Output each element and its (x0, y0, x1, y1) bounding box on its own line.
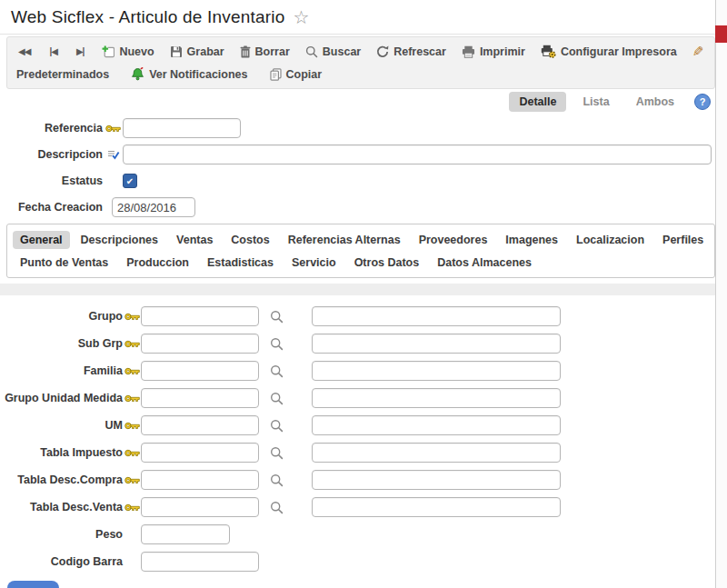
estatus-checkbox[interactable]: ✔ (123, 174, 137, 188)
check-icon: ✔ (126, 176, 134, 186)
section-separator-band (0, 284, 715, 295)
field-code-input[interactable] (141, 443, 259, 463)
copy-button[interactable]: Copiar (270, 68, 323, 81)
field-description-input[interactable] (312, 306, 561, 326)
view-mode-tab[interactable]: Lista (573, 92, 619, 112)
new-button[interactable]: Nuevo (101, 45, 154, 58)
field-row: Grupo Unidad Medida (0, 384, 727, 412)
field-code-input[interactable] (141, 524, 230, 544)
field-code-input[interactable] (141, 470, 259, 490)
field-label: Tabla Desc.Compra (0, 473, 123, 486)
field-row: Sub Grp (0, 330, 727, 357)
section-tab[interactable]: Estadisticas (200, 254, 281, 272)
fecha-creacion-input[interactable] (112, 197, 195, 217)
section-tabs-row-1: General Descripciones Ventas Costos Refe… (13, 228, 709, 251)
lookup-search-icon[interactable] (270, 473, 284, 487)
notifications-bell-icon (131, 67, 144, 81)
toolbar: ◀◀ |◀ ▶| Nuevo Grabar Borrar (6, 36, 715, 89)
print-button[interactable]: Imprimir (462, 45, 525, 58)
lookup-search-icon[interactable] (270, 392, 284, 405)
lookup-search-icon[interactable] (270, 337, 284, 351)
field-row: Peso (0, 521, 727, 548)
field-description-input[interactable] (312, 470, 561, 490)
referencia-row: Referencia (0, 117, 727, 139)
refresh-button[interactable]: Refrescar (376, 45, 446, 58)
field-description-input[interactable] (312, 497, 561, 517)
printer-setup-button-label: Configurar Impresora (561, 45, 677, 58)
nav-first-record-button[interactable]: |◀ (47, 46, 59, 56)
delete-button[interactable]: Borrar (240, 45, 290, 58)
toolbar-row-1: ◀◀ |◀ ▶| Nuevo Grabar Borrar (16, 40, 705, 63)
lookup-search-icon[interactable] (270, 501, 284, 514)
descripcion-input[interactable] (123, 145, 712, 164)
section-tab[interactable]: Referencias Alternas (281, 231, 408, 249)
view-mode-tab[interactable]: Ambos (626, 92, 684, 112)
view-mode-tabs: Detalle Lista Ambos ? (0, 89, 727, 114)
spellcheck-icon (103, 149, 123, 161)
section-tab[interactable]: Localizacion (569, 231, 652, 249)
section-tab-strip: General Descripciones Ventas Costos Refe… (6, 224, 715, 278)
field-code-input[interactable] (141, 497, 259, 517)
field-label: Peso (0, 528, 123, 541)
save-button[interactable]: Grabar (170, 45, 224, 58)
section-tab[interactable]: Descripciones (74, 231, 165, 249)
key-icon (123, 312, 141, 322)
section-tab[interactable]: Produccion (119, 254, 196, 272)
print-button-label: Imprimir (480, 45, 525, 58)
nav-fast-prev-button[interactable]: ◀◀ (16, 46, 32, 56)
referencia-input[interactable] (123, 118, 241, 138)
defaults-button[interactable]: Predeterminados (16, 68, 109, 81)
view-mode-tab[interactable]: Detalle (509, 92, 566, 112)
field-code-input[interactable] (141, 388, 259, 408)
descripcion-row: Descripcion (0, 144, 727, 165)
help-icon[interactable]: ? (694, 94, 711, 110)
key-icon (123, 503, 141, 513)
section-tab[interactable]: Perfiles (655, 231, 711, 249)
printer-icon (462, 45, 475, 58)
key-icon (123, 339, 141, 349)
section-tab[interactable]: General (13, 231, 70, 249)
new-button-label: Nuevo (119, 45, 154, 58)
search-button[interactable]: Buscar (305, 45, 361, 58)
field-code-input[interactable] (141, 415, 259, 435)
section-tab[interactable]: Imagenes (498, 231, 565, 249)
field-label: Grupo (0, 310, 123, 323)
referencia-label: Referencia (0, 122, 103, 135)
field-code-input[interactable] (141, 334, 259, 354)
field-label: UM (0, 419, 123, 432)
field-description-input[interactable] (312, 334, 561, 354)
nav-last-record-button[interactable]: ▶| (75, 46, 86, 56)
lookup-search-icon[interactable] (270, 364, 284, 378)
scrollbar-track[interactable] (715, 0, 727, 588)
section-tab[interactable]: Servicio (284, 254, 344, 272)
section-tab[interactable]: Punto de Ventas (13, 254, 115, 272)
save-button-label: Grabar (187, 45, 224, 58)
search-icon (305, 45, 318, 58)
section-tab[interactable]: Costos (224, 231, 276, 249)
field-description-input[interactable] (312, 361, 561, 381)
field-row: Tabla Impuesto (0, 439, 727, 466)
key-icon (123, 475, 141, 485)
key-icon (123, 448, 141, 458)
field-description-input[interactable] (312, 443, 561, 463)
view-notifications-button[interactable]: Ver Notificaciones (131, 67, 247, 81)
lookup-search-icon[interactable] (270, 446, 284, 460)
toolbar-row-2: Predeterminados Ver Notificaciones Copia… (16, 63, 705, 85)
field-code-input[interactable] (141, 361, 259, 381)
field-description-input[interactable] (312, 415, 561, 435)
field-description-input[interactable] (312, 388, 561, 408)
lookup-search-icon[interactable] (270, 419, 284, 433)
section-tab[interactable]: Ventas (169, 231, 220, 249)
edit-pencil-button[interactable]: ✎ (692, 44, 704, 60)
field-code-input[interactable] (141, 306, 259, 326)
section-tab[interactable]: Datos Almacenes (430, 254, 539, 272)
lookup-search-icon[interactable] (270, 310, 284, 324)
field-label: Sub Grp (0, 337, 123, 350)
section-tab[interactable]: Proveedores (412, 231, 495, 249)
section-tab[interactable]: Otros Datos (347, 254, 427, 272)
printer-setup-button[interactable]: Configurar Impresora (541, 45, 677, 58)
bottom-partial-button[interactable] (7, 581, 59, 588)
field-code-input[interactable] (141, 552, 259, 572)
key-icon (123, 394, 141, 404)
favorite-star-icon[interactable]: ☆ (294, 8, 310, 26)
